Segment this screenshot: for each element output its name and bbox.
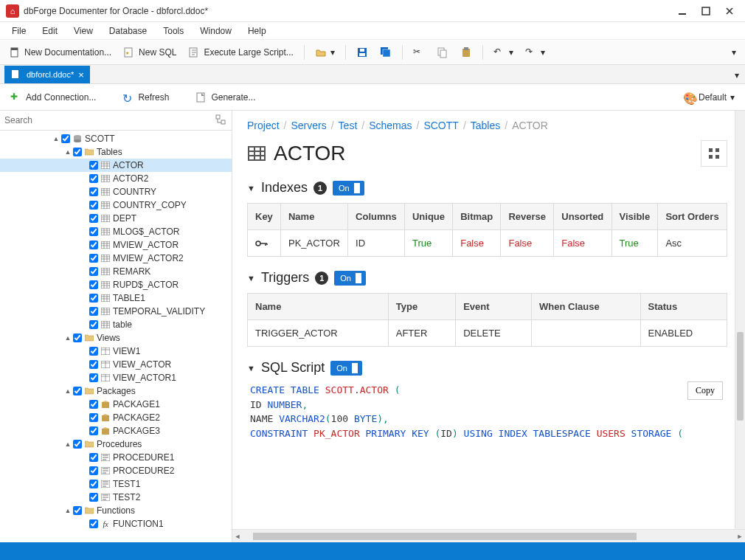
tree-node[interactable]: TEMPORAL_VALIDITY: [0, 305, 232, 318]
tree-node[interactable]: PACKAGE3: [0, 424, 232, 438]
collapse-icon[interactable]: ▼: [247, 364, 255, 373]
scroll-right-icon[interactable]: ►: [735, 533, 745, 540]
breadcrumb-link[interactable]: Project: [247, 120, 280, 131]
tab-overflow-button[interactable]: ▾: [730, 67, 745, 83]
tree-checkbox[interactable]: [73, 440, 82, 449]
save-all-button[interactable]: [375, 44, 396, 61]
tree-node[interactable]: PROCEDURE1: [0, 451, 232, 464]
scrollbar-thumb[interactable]: [253, 533, 637, 540]
tree-checkbox[interactable]: [73, 148, 82, 156]
search-input[interactable]: [4, 113, 212, 128]
tree-checkbox[interactable]: [89, 227, 98, 236]
tree-checkbox[interactable]: [89, 320, 98, 329]
tree-checkbox[interactable]: [89, 214, 98, 223]
tree-checkbox[interactable]: [73, 506, 82, 515]
expand-icon[interactable]: ▲: [63, 148, 72, 156]
tree-node[interactable]: ACTOR: [0, 159, 232, 172]
tree-node[interactable]: table: [0, 318, 232, 331]
tree-node[interactable]: VIEW1: [0, 345, 232, 358]
menu-window[interactable]: Window: [193, 24, 239, 38]
tree-checkbox[interactable]: [89, 453, 98, 462]
tree-checkbox[interactable]: [89, 201, 98, 210]
breadcrumb-link[interactable]: Test: [339, 120, 358, 131]
tree-node[interactable]: VIEW_ACTOR: [0, 358, 232, 371]
vertical-scrollbar[interactable]: [735, 111, 745, 529]
tree-node[interactable]: ▲Views: [0, 331, 232, 345]
tree-node[interactable]: TEST2: [0, 491, 232, 504]
scrollbar-thumb[interactable]: [737, 332, 744, 421]
breadcrumb-link[interactable]: Servers: [291, 120, 326, 131]
add-connection-button[interactable]: ✚ Add Connection...: [6, 89, 100, 106]
tree-node[interactable]: VIEW_ACTOR1: [0, 371, 232, 384]
tree-checkbox[interactable]: [89, 347, 98, 356]
tree-node[interactable]: COUNTRY_COPY: [0, 198, 232, 212]
expand-icon[interactable]: ▲: [63, 387, 72, 395]
tree[interactable]: ▲SCOTT▲TablesACTORACTOR2COUNTRYCOUNTRY_C…: [0, 131, 232, 542]
tree-node[interactable]: RUPD$_ACTOR: [0, 278, 232, 291]
tree-checkbox[interactable]: [89, 519, 98, 528]
collapse-icon[interactable]: ▼: [247, 274, 255, 283]
tree-checkbox[interactable]: [89, 174, 98, 183]
on-toggle[interactable]: On: [334, 271, 366, 286]
tree-node[interactable]: MVIEW_ACTOR2: [0, 252, 232, 265]
tree-checkbox[interactable]: [89, 373, 98, 382]
on-toggle[interactable]: On: [333, 181, 364, 196]
copy-button[interactable]: [432, 44, 453, 61]
scroll-left-icon[interactable]: ◄: [232, 533, 243, 540]
menu-tools[interactable]: Tools: [156, 24, 191, 38]
menu-database[interactable]: Database: [102, 24, 154, 38]
tree-node[interactable]: ACTOR2: [0, 172, 232, 185]
close-tab-icon[interactable]: ×: [78, 69, 84, 80]
tree-node[interactable]: ▲Tables: [0, 145, 232, 159]
style-picker[interactable]: 🎨 Default ▾: [679, 89, 739, 106]
tree-checkbox[interactable]: [89, 493, 98, 502]
save-button[interactable]: [352, 44, 372, 61]
view-grid-button[interactable]: [701, 140, 727, 167]
table-row[interactable]: TRIGGER_ACTORAFTERDELETEENABLED: [248, 320, 727, 347]
tree-checkbox[interactable]: [89, 280, 98, 289]
horizontal-scrollbar[interactable]: ◄ ►: [232, 529, 745, 542]
minimize-button[interactable]: [677, 6, 687, 16]
tree-checkbox[interactable]: [89, 267, 98, 276]
tree-node[interactable]: DEPT: [0, 212, 232, 225]
tree-node[interactable]: REMARK: [0, 265, 232, 278]
undo-button[interactable]: ↶▾: [489, 44, 518, 61]
hierarchy-icon[interactable]: [215, 114, 227, 126]
tree-node[interactable]: TEST1: [0, 477, 232, 491]
generate-button[interactable]: Generate...: [191, 89, 260, 106]
expand-icon[interactable]: ▲: [63, 440, 72, 448]
tree-checkbox[interactable]: [89, 413, 98, 422]
tree-checkbox[interactable]: [89, 254, 98, 263]
tree-checkbox[interactable]: [89, 294, 98, 303]
tree-node[interactable]: COUNTRY: [0, 185, 232, 198]
new-sql-button[interactable]: ★ New SQL: [119, 44, 181, 61]
tree-checkbox[interactable]: [89, 480, 98, 488]
tree-node[interactable]: MVIEW_ACTOR: [0, 238, 232, 252]
tree-checkbox[interactable]: [73, 387, 82, 395]
tree-checkbox[interactable]: [89, 161, 98, 170]
tree-checkbox[interactable]: [89, 187, 98, 196]
expand-icon[interactable]: ▲: [52, 135, 60, 142]
tree-node[interactable]: ▲SCOTT: [0, 132, 232, 145]
breadcrumb-link[interactable]: SCOTT: [423, 120, 458, 131]
tree-checkbox[interactable]: [89, 400, 98, 409]
redo-button[interactable]: ↷▾: [521, 44, 550, 61]
maximize-button[interactable]: [701, 6, 711, 16]
on-toggle[interactable]: On: [330, 361, 362, 376]
tree-checkbox[interactable]: [89, 426, 98, 435]
menu-edit[interactable]: Edit: [35, 24, 65, 38]
tree-checkbox[interactable]: [89, 466, 98, 475]
cut-button[interactable]: ✂: [409, 44, 429, 61]
breadcrumb-link[interactable]: Tables: [471, 120, 500, 131]
tree-checkbox[interactable]: [89, 307, 98, 316]
breadcrumb-link[interactable]: Schemas: [369, 120, 412, 131]
document-tab[interactable]: dbforcl.ddoc* ×: [4, 66, 90, 83]
execute-large-script-button[interactable]: Execute Large Script...: [184, 44, 297, 61]
tree-node[interactable]: ▲Procedures: [0, 438, 232, 451]
table-row[interactable]: PK_ACTORIDTrueFalseFalseFalseTrueAsc: [248, 230, 727, 257]
tree-checkbox[interactable]: [73, 333, 82, 342]
tree-checkbox[interactable]: [61, 134, 70, 143]
toolbar-overflow-button[interactable]: ▾: [727, 44, 741, 61]
tree-node[interactable]: fxFUNCTION1: [0, 517, 232, 530]
tree-node[interactable]: ▲Packages: [0, 384, 232, 398]
